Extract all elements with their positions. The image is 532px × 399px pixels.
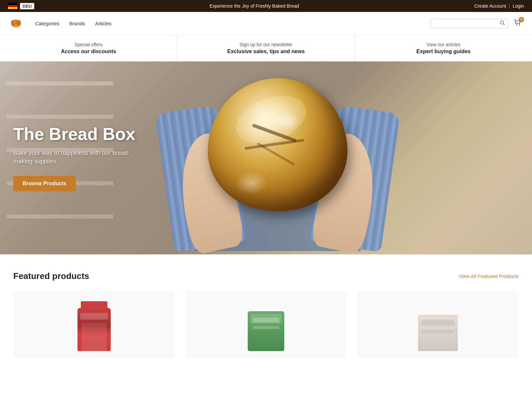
promo-articles-title: View our articles: [360, 42, 527, 47]
product-image-3: [415, 298, 461, 351]
nav-brands[interactable]: Brands: [69, 21, 85, 26]
product2-shape: [248, 311, 284, 351]
cart-badge: 0: [519, 17, 524, 22]
promo-articles[interactable]: View our articles Expert buying guides: [355, 35, 532, 61]
featured-section: Featured products View All Featured Prod…: [0, 254, 532, 368]
hero-section: The Bread Box Bake your way to happiness…: [0, 62, 532, 254]
cart-button[interactable]: 0: [513, 18, 522, 29]
svg-point-3: [16, 20, 21, 26]
top-bar-left: DEU: [8, 3, 34, 9]
search-input[interactable]: [433, 21, 500, 26]
product-card-3[interactable]: [357, 291, 519, 358]
promo-newsletter-title: Sign up for our newsletter: [183, 42, 349, 47]
view-all-link[interactable]: View All Featured Products: [459, 273, 519, 279]
svg-line-5: [503, 24, 505, 25]
divider: |: [509, 3, 510, 9]
navbar: Categories Brands Articles 0: [0, 12, 532, 35]
nav-links: Categories Brands Articles: [35, 21, 111, 26]
top-bar-right: Create Account | Login: [474, 3, 524, 9]
featured-header: Featured products View All Featured Prod…: [13, 271, 519, 281]
promo-articles-subtitle: Expert buying guides: [360, 49, 527, 55]
flag-icon: [8, 3, 17, 9]
product-card-1[interactable]: [13, 291, 175, 358]
product-card-2[interactable]: [185, 291, 347, 358]
search-button[interactable]: [500, 20, 505, 27]
flag-gold: [8, 7, 17, 9]
promo-offers[interactable]: Special offers Access our discounts: [0, 35, 178, 61]
product1-shape: [77, 308, 111, 351]
navbar-right: 0: [430, 18, 522, 29]
hero-subtitle: Bake your way to happiness with our brea…: [13, 149, 133, 166]
hero-title: The Bread Box: [13, 125, 135, 144]
logo-icon: [10, 18, 22, 30]
promo-offers-title: Special offers: [5, 42, 172, 47]
featured-title: Featured products: [13, 271, 89, 281]
navbar-left: Categories Brands Articles: [10, 18, 111, 30]
product3-shape: [418, 315, 458, 351]
login-link[interactable]: Login: [513, 3, 524, 9]
promo-offers-subtitle: Access our discounts: [5, 49, 172, 55]
promo-bar: Special offers Access our discounts Sign…: [0, 35, 532, 62]
hero-content: The Bread Box Bake your way to happiness…: [13, 125, 135, 191]
nav-articles[interactable]: Articles: [95, 21, 111, 26]
top-bar: DEU Experience the Joy of Freshly Baked …: [0, 0, 532, 12]
create-account-link[interactable]: Create Account: [474, 3, 506, 9]
promo-newsletter[interactable]: Sign up for our newsletter Exclusive sal…: [178, 35, 355, 61]
bread-visual-container: [161, 65, 394, 251]
logo[interactable]: [10, 18, 22, 30]
svg-point-6: [516, 24, 517, 25]
product-image-2: [243, 298, 289, 351]
search-icon: [500, 20, 505, 26]
product-image-1: [71, 298, 117, 351]
promo-newsletter-subtitle: Exclusive sales, tips and news: [183, 49, 349, 55]
nav-categories[interactable]: Categories: [35, 21, 60, 26]
products-grid: [13, 291, 519, 358]
language-selector[interactable]: DEU: [20, 3, 34, 9]
svg-point-7: [519, 24, 520, 25]
svg-point-4: [500, 21, 504, 24]
top-bar-tagline: Experience the Joy of Freshly Baked Brea…: [209, 3, 299, 9]
search-container: [430, 19, 508, 28]
browse-products-button[interactable]: Browse Products: [13, 176, 76, 191]
